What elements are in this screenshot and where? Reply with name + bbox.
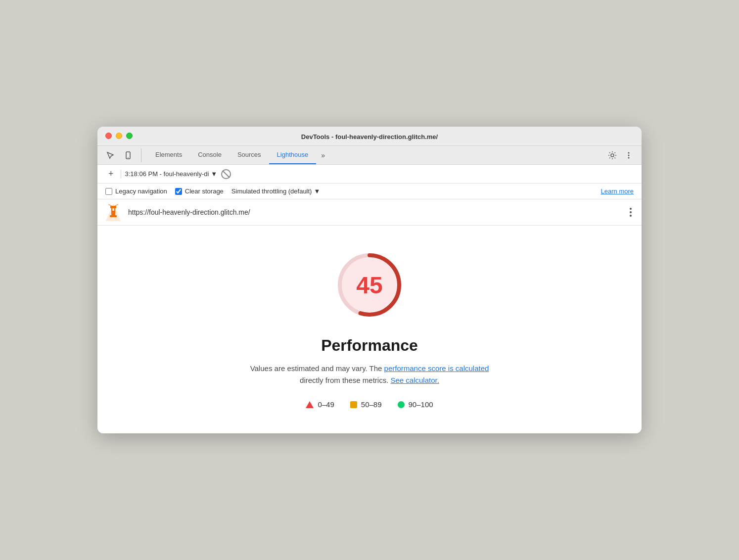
window-title: DevTools - foul-heavenly-direction.glitc… [105, 133, 634, 140]
desc-middle: directly from these metrics. [300, 376, 390, 384]
block-icon[interactable] [221, 169, 231, 179]
calculator-link[interactable]: See calculator. [390, 376, 439, 384]
tab-sources[interactable]: Sources [230, 146, 269, 164]
clear-storage-checkbox[interactable] [175, 188, 182, 195]
legacy-navigation-label: Legacy navigation [115, 187, 167, 195]
svg-point-3 [628, 152, 630, 153]
url-row: https://foul-heavenly-direction.glitch.m… [97, 199, 642, 226]
legend-item-red: 0–49 [306, 400, 334, 409]
svg-rect-10 [112, 208, 114, 211]
browser-window: DevTools - foul-heavenly-direction.glitc… [97, 127, 642, 433]
toolbar-separator [121, 170, 121, 179]
url-selector[interactable]: 3:18:06 PM - foul-heavenly-di ▼ [125, 170, 218, 178]
mobile-icon-button[interactable] [121, 148, 135, 162]
timestamp-text: 3:18:06 PM - foul-heavenly-di [125, 170, 209, 178]
red-triangle-icon [306, 401, 314, 408]
cursor-icon-button[interactable] [103, 148, 117, 162]
svg-rect-9 [110, 215, 117, 217]
throttling-label: Simulated throttling (default) [231, 187, 312, 195]
more-options-icon-button[interactable] [622, 148, 636, 162]
clear-storage-option[interactable]: Clear storage [175, 187, 224, 195]
score-value: 45 [356, 272, 382, 299]
legacy-navigation-checkbox[interactable] [105, 188, 112, 195]
performance-title: Performance [321, 336, 418, 355]
svg-point-1 [128, 157, 129, 158]
desc-before: Values are estimated and may vary. The [250, 364, 384, 373]
score-gauge: 45 [330, 245, 409, 325]
devtools-icon-group [103, 148, 141, 162]
throttling-selector[interactable]: Simulated throttling (default) ▼ [231, 187, 320, 195]
tab-bar-right [605, 148, 636, 163]
perf-score-link[interactable]: performance score is calculated [384, 364, 489, 373]
tab-bar: Elements Console Sources Lighthouse » [97, 146, 642, 165]
legend-item-green: 90–100 [398, 400, 433, 409]
dropdown-arrow: ▼ [211, 170, 217, 178]
svg-rect-8 [110, 206, 116, 208]
svg-point-4 [628, 154, 630, 156]
url-row-more-button[interactable] [628, 206, 634, 219]
clear-storage-label: Clear storage [185, 187, 224, 195]
close-button[interactable] [105, 133, 112, 139]
lighthouse-logo-icon [105, 204, 121, 220]
tab-console[interactable]: Console [190, 146, 230, 164]
tab-elements[interactable]: Elements [147, 146, 190, 164]
legend-item-orange: 50–89 [350, 400, 382, 409]
options-bar: Legacy navigation Clear storage Simulate… [97, 184, 642, 199]
svg-point-2 [611, 154, 614, 157]
url-display: https://foul-heavenly-direction.glitch.m… [128, 208, 621, 216]
title-bar: DevTools - foul-heavenly-direction.glitc… [97, 127, 642, 146]
orange-range-label: 50–89 [361, 400, 382, 409]
maximize-button[interactable] [126, 133, 133, 139]
settings-icon-button[interactable] [605, 148, 620, 163]
throttling-dropdown-arrow: ▼ [314, 187, 320, 195]
green-circle-icon [398, 401, 405, 408]
legacy-navigation-option[interactable]: Legacy navigation [105, 187, 167, 195]
red-range-label: 0–49 [318, 400, 334, 409]
svg-point-5 [628, 157, 630, 158]
tab-overflow-button[interactable]: » [316, 147, 330, 163]
add-tab-button[interactable]: + [105, 168, 117, 180]
tab-lighthouse[interactable]: Lighthouse [269, 146, 317, 164]
main-content: 45 Performance Values are estimated and … [97, 226, 642, 433]
learn-more-link[interactable]: Learn more [601, 187, 634, 195]
toolbar: + 3:18:06 PM - foul-heavenly-di ▼ [97, 165, 642, 184]
score-legend: 0–49 50–89 90–100 [306, 400, 433, 409]
performance-description: Values are estimated and may vary. The p… [250, 363, 489, 386]
green-range-label: 90–100 [409, 400, 433, 409]
minimize-button[interactable] [116, 133, 122, 139]
orange-square-icon [350, 401, 357, 408]
